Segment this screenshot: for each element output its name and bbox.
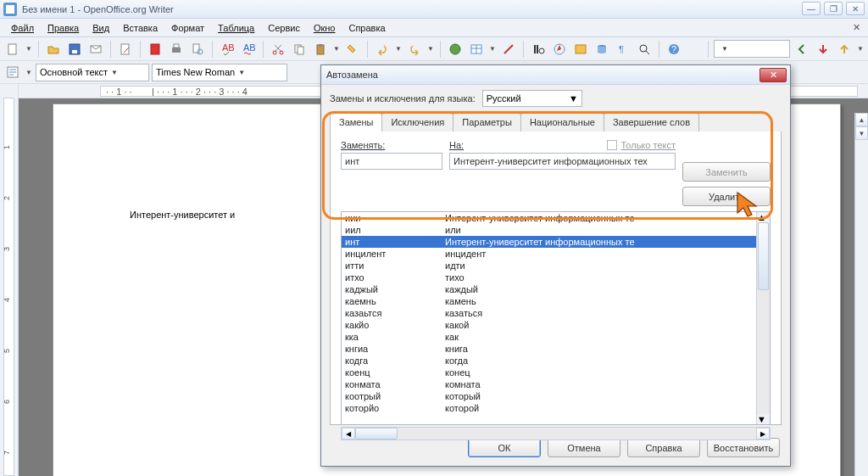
table-dropdown[interactable]: ▼ <box>488 45 497 53</box>
list-horizontal-scrollbar[interactable]: ◀ ▶ <box>341 427 771 440</box>
cancel-button[interactable]: Отмена <box>548 438 620 457</box>
replacement-list[interactable]: иииИнтерент-университет информационных т… <box>341 211 771 425</box>
menu-format[interactable]: Формат <box>165 21 210 35</box>
list-item[interactable]: интИнтерент-университет информационных т… <box>342 236 770 248</box>
gallery-button[interactable] <box>571 40 590 59</box>
styles-dropdown[interactable]: ▼ <box>25 69 33 76</box>
open-button[interactable] <box>44 40 63 59</box>
with-input[interactable]: Интерент-университет информационных тех <box>449 153 676 170</box>
new-doc-dropdown[interactable]: ▼ <box>25 45 33 53</box>
nav-prev-button[interactable] <box>793 40 811 59</box>
styles-button[interactable] <box>3 63 22 81</box>
reset-button[interactable]: Восстановить <box>707 438 780 457</box>
list-vertical-scrollbar[interactable]: ▲ ▼ <box>756 212 770 424</box>
dialog-close-button[interactable]: ✕ <box>760 68 787 82</box>
list-item[interactable]: кодгакогда <box>342 355 770 367</box>
print-button[interactable] <box>167 40 186 59</box>
tab-completion[interactable]: Завершение слов <box>604 113 699 132</box>
table-button[interactable] <box>467 40 486 59</box>
tab-exceptions[interactable]: Исключения <box>381 113 453 132</box>
navigator-button[interactable] <box>550 40 569 59</box>
menu-view[interactable]: Вид <box>86 21 115 35</box>
language-select[interactable]: Русский▼ <box>482 90 582 107</box>
dialog-titlebar[interactable]: Автозамена ✕ <box>321 65 790 85</box>
close-button[interactable]: ✕ <box>846 2 865 15</box>
find-button[interactable] <box>529 40 548 59</box>
save-button[interactable] <box>65 40 84 59</box>
copy-button[interactable] <box>290 40 309 59</box>
font-name-select[interactable]: Times New Roman▼ <box>152 64 287 81</box>
toolbar-overflow[interactable]: ▼ <box>856 45 865 53</box>
pdf-button[interactable] <box>146 40 164 59</box>
replace-input[interactable]: инт <box>341 153 442 170</box>
list-item[interactable]: иттиидти <box>342 260 770 272</box>
svg-text:ABC: ABC <box>243 42 255 53</box>
list-scroll-up[interactable]: ▲ <box>757 212 770 222</box>
list-item[interactable]: иииИнтерент-университет информационных т… <box>342 212 770 224</box>
list-item[interactable]: инцилентинцидент <box>342 248 770 260</box>
nav-up-button[interactable] <box>835 40 854 59</box>
menu-doc-close[interactable]: ✕ <box>849 21 863 35</box>
list-item[interactable]: каемнькамень <box>342 295 770 307</box>
tab-options[interactable]: Параметры <box>453 113 521 132</box>
edit-doc-button[interactable] <box>116 40 135 59</box>
list-item[interactable]: которйокоторой <box>342 402 770 414</box>
delete-button[interactable]: Удалить <box>682 187 771 206</box>
list-item[interactable]: итхотихо <box>342 272 770 283</box>
spellcheck-button[interactable]: ABC <box>218 40 236 59</box>
draw-button[interactable] <box>499 40 518 59</box>
help-button[interactable]: ? <box>665 40 683 59</box>
hscroll-left[interactable]: ◀ <box>342 428 355 440</box>
cut-button[interactable] <box>269 40 287 59</box>
email-button[interactable] <box>86 40 105 59</box>
paste-dropdown[interactable]: ▼ <box>332 45 341 53</box>
nav-down-button[interactable] <box>814 40 832 59</box>
auto-spellcheck-button[interactable]: ABC <box>239 40 258 59</box>
menu-insert[interactable]: Вставка <box>117 21 164 35</box>
new-doc-button[interactable] <box>3 40 22 59</box>
data-sources-button[interactable] <box>593 40 611 59</box>
new-button[interactable]: Заменить <box>682 162 771 182</box>
vertical-scrollbar[interactable]: ▲ ▼ <box>854 113 868 476</box>
list-item[interactable]: казаьтсяказаться <box>342 307 770 319</box>
list-scroll-thumb[interactable] <box>758 222 769 290</box>
text-only-checkbox[interactable]: Только текст <box>605 140 676 150</box>
list-item[interactable]: какйокакой <box>342 319 770 331</box>
tab-localized[interactable]: Национальные <box>520 113 604 132</box>
help-button-dialog[interactable]: Справка <box>627 438 700 457</box>
redo-button[interactable] <box>405 40 424 59</box>
list-item[interactable]: кнгиакнига <box>342 343 770 355</box>
list-item[interactable]: каджыйкаждый <box>342 283 770 295</box>
menu-edit[interactable]: Правка <box>42 21 85 35</box>
list-item[interactable]: ккакак <box>342 331 770 343</box>
list-item[interactable]: коенцконец <box>342 367 770 378</box>
menu-table[interactable]: Таблица <box>212 21 260 35</box>
menu-window[interactable]: Окно <box>308 21 342 35</box>
menu-help[interactable]: Справка <box>342 21 391 35</box>
format-paint-button[interactable] <box>343 40 362 59</box>
nonprinting-button[interactable]: ¶ <box>614 40 632 59</box>
paste-button[interactable] <box>311 40 330 59</box>
zoom-button[interactable] <box>635 40 654 59</box>
hscroll-thumb[interactable] <box>355 428 398 440</box>
redo-dropdown[interactable]: ▼ <box>426 45 435 53</box>
restore-button[interactable]: ❐ <box>824 2 843 15</box>
scroll-up-button[interactable]: ▲ <box>855 113 868 126</box>
list-item[interactable]: иилили <box>342 224 770 236</box>
list-item[interactable]: коотрыйкоторый <box>342 390 770 402</box>
list-item[interactable]: конматакомната <box>342 378 770 390</box>
preview-button[interactable] <box>188 40 207 59</box>
hscroll-right[interactable]: ▶ <box>756 428 770 440</box>
undo-button[interactable] <box>373 40 392 59</box>
tab-replace[interactable]: Замены <box>330 113 382 132</box>
scroll-down-button[interactable]: ▼ <box>855 126 868 140</box>
ok-button[interactable]: ОК <box>468 438 541 457</box>
undo-dropdown[interactable]: ▼ <box>394 45 403 53</box>
paragraph-style-select[interactable]: Основной текст▼ <box>36 64 149 81</box>
zoom-select[interactable]: ▼ <box>714 40 790 58</box>
menu-file[interactable]: Файл <box>5 21 40 35</box>
minimize-button[interactable]: — <box>802 2 821 15</box>
hyperlink-button[interactable] <box>446 40 465 59</box>
list-scroll-down[interactable]: ▼ <box>757 414 770 424</box>
menu-tools[interactable]: Сервис <box>262 21 306 35</box>
